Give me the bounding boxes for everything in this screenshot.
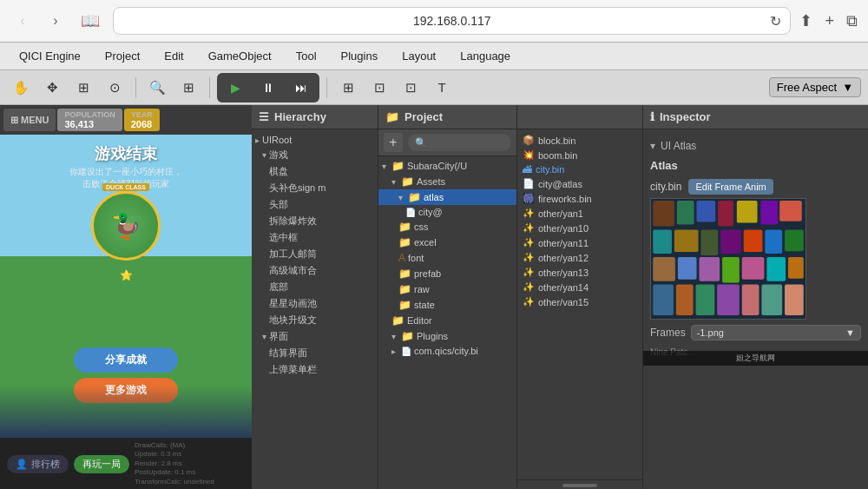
- menu-tool[interactable]: Tool: [284, 46, 329, 66]
- play-button[interactable]: ▶: [220, 76, 251, 100]
- ranking-label: 排行榜: [31, 458, 60, 471]
- project-item-state[interactable]: 📁 state: [378, 297, 516, 313]
- rect-tool-button[interactable]: ⊞: [69, 74, 97, 102]
- file-item-yan13[interactable]: ✨ other/yan13: [517, 265, 642, 280]
- sparkle-icon: ✨: [523, 237, 535, 248]
- pop-value: 36,413: [64, 119, 115, 129]
- project-search[interactable]: 🔍: [408, 134, 511, 151]
- folder-icon: 📁: [398, 221, 411, 233]
- refresh-button[interactable]: ↻: [770, 13, 781, 30]
- project-add-button[interactable]: +: [384, 133, 403, 152]
- file-item-yan14[interactable]: ✨ other/yan14: [517, 280, 642, 294]
- svg-rect-1: [653, 201, 674, 227]
- file-icon: 📄: [405, 208, 416, 217]
- project-item-css[interactable]: 📁 css: [378, 219, 516, 235]
- project-panel: 📁 Project + 🔍 ▾ 📁 SubaraCity(/U ▾ 📁 Asse…: [378, 105, 516, 489]
- step-button[interactable]: ⏭: [286, 76, 317, 100]
- scrollbar-thumb[interactable]: [562, 484, 597, 487]
- add-tab-button[interactable]: +: [825, 12, 834, 30]
- tree-item-popup-menu[interactable]: 上弹菜单栏: [252, 361, 378, 378]
- project-item-raw[interactable]: 📁 raw: [378, 281, 516, 297]
- tree-item-settlement[interactable]: 结算界面: [252, 345, 378, 361]
- tree-item-ui[interactable]: ▾ 界面: [252, 328, 378, 345]
- tree-item-label: 结算界面: [269, 347, 307, 360]
- file-item-fireworks-bin[interactable]: 🎆 fireworks.bin: [517, 191, 642, 206]
- share-button[interactable]: ⬆: [799, 11, 812, 30]
- grid-tool-button[interactable]: ⊞: [174, 74, 202, 102]
- svg-rect-28: [785, 285, 804, 315]
- project-item-plugins[interactable]: ▾ 📁 Plugins: [378, 328, 516, 344]
- capture-tool-button[interactable]: ⊙: [101, 74, 128, 102]
- back-button[interactable]: ‹: [10, 9, 35, 33]
- year-box: YEAR 2068: [124, 109, 160, 131]
- layout-tool-3[interactable]: ⊡: [397, 74, 424, 102]
- tree-item-head-sign[interactable]: 头补色sign m: [252, 180, 378, 196]
- aspect-selector[interactable]: Free Aspect ▼: [769, 77, 861, 97]
- project-item-comqics[interactable]: ▸ 📄 com.qics/city.bi: [378, 344, 516, 358]
- hand-tool-button[interactable]: ✋: [7, 74, 35, 102]
- menu-box[interactable]: ⊞ MENU: [3, 109, 56, 131]
- forward-button[interactable]: ›: [43, 9, 68, 33]
- tree-item-uiroot[interactable]: ▸ UIRoot: [252, 133, 378, 147]
- tree-item-city[interactable]: 高级城市合: [252, 262, 378, 279]
- menu-language[interactable]: Language: [448, 46, 523, 66]
- project-item-label: state: [414, 300, 435, 310]
- project-item-excel[interactable]: 📁 excel: [378, 235, 516, 250]
- file-item-city-atlas[interactable]: 📄 city@atlas: [517, 176, 642, 191]
- frames-select[interactable]: -1.png ▼: [691, 325, 861, 340]
- edit-frame-button[interactable]: Edit Frame Anim: [688, 179, 773, 195]
- file-item-van15[interactable]: ✨ other/van15: [517, 294, 642, 309]
- project-item-font[interactable]: A font: [378, 250, 516, 266]
- file-item-yan11[interactable]: ✨ other/yan11: [517, 235, 642, 250]
- file-item-label: other/yan12: [538, 253, 589, 263]
- menu-plugins[interactable]: Plugins: [329, 46, 391, 66]
- tree-item-selector[interactable]: 选中框: [252, 229, 378, 246]
- bookmark-button[interactable]: 📖: [76, 7, 104, 35]
- ui-atlas-section[interactable]: ▾ UI Atlas: [650, 136, 861, 155]
- layout-tool-2[interactable]: ⊡: [365, 74, 393, 102]
- project-item-assets[interactable]: ▾ 📁 Assets: [378, 174, 516, 189]
- file-item-boom-bin[interactable]: 💥 boom.bin: [517, 148, 642, 162]
- folder-icon: 📁: [398, 268, 411, 280]
- file-item-yan12[interactable]: ✨ other/yan12: [517, 250, 642, 265]
- pause-button[interactable]: ⏸: [253, 76, 284, 100]
- project-item-editor[interactable]: 📁 Editor: [378, 313, 516, 328]
- layout-tool-1[interactable]: ⊞: [334, 74, 362, 102]
- tree-item-worker[interactable]: 加工人邮筒: [252, 246, 378, 262]
- file-item-block-bin[interactable]: 📦 block.bin: [517, 133, 642, 148]
- svg-rect-25: [717, 285, 740, 315]
- tabs-button[interactable]: ⧉: [846, 12, 858, 30]
- menu-gameobject[interactable]: GameObject: [196, 46, 284, 66]
- tree-item-head[interactable]: 头部: [252, 196, 378, 213]
- file-item-yan1[interactable]: ✨ other/yan1: [517, 206, 642, 221]
- move-tool-button[interactable]: ✥: [38, 74, 66, 102]
- svg-rect-27: [761, 285, 782, 315]
- project-item-subaracity[interactable]: ▾ 📁 SubaraCity(/U: [378, 158, 516, 174]
- text-tool-button[interactable]: T: [428, 74, 456, 102]
- tree-item-stars[interactable]: 星星动画池: [252, 295, 378, 312]
- project-item-label: com.qics/city.bi: [414, 346, 478, 356]
- replay-button[interactable]: 再玩一局: [74, 455, 129, 473]
- menu-layout[interactable]: Layout: [390, 46, 448, 66]
- ranking-button[interactable]: 👤 排行榜: [7, 455, 69, 473]
- project-item-city-at[interactable]: 📄 city@: [378, 205, 516, 219]
- tree-item-explode[interactable]: 拆除爆炸效: [252, 213, 378, 229]
- share-achievement-button[interactable]: 分享成就: [74, 347, 178, 373]
- duck-class-label: DUCK CLASS: [102, 183, 149, 191]
- project-item-atlas[interactable]: ▾ 📁 atlas: [378, 189, 516, 205]
- pop-label: POPULATION: [64, 110, 115, 119]
- menu-edit[interactable]: Edit: [152, 46, 195, 66]
- file-item-city-bin[interactable]: 🏙 city.bin: [517, 162, 642, 176]
- project-item-prefab[interactable]: 📁 prefab: [378, 266, 516, 281]
- tree-item-game[interactable]: ▾ 游戏: [252, 147, 378, 163]
- play-controls: ▶ ⏸ ⏭: [217, 73, 319, 102]
- hierarchy-icon: ☰: [259, 110, 269, 123]
- menu-project[interactable]: Project: [93, 46, 152, 66]
- menu-qici[interactable]: QICI Engine: [7, 46, 93, 66]
- address-bar[interactable]: 192.168.0.117 ↻: [113, 7, 791, 35]
- file-item-yan10[interactable]: ✨ other/yan10: [517, 221, 642, 235]
- tree-item-bottom[interactable]: 底部: [252, 279, 378, 295]
- zoom-tool-button[interactable]: 🔍: [143, 74, 171, 102]
- tree-item-upgrade[interactable]: 地块升级文: [252, 312, 378, 328]
- tree-item-board[interactable]: 棋盘: [252, 163, 378, 180]
